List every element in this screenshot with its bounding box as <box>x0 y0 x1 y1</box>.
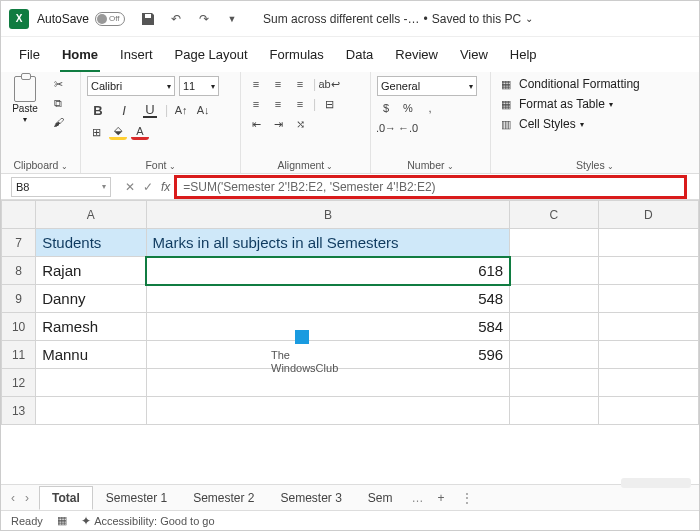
select-all-corner[interactable] <box>2 201 36 229</box>
increase-font-icon[interactable]: A↑ <box>172 102 190 118</box>
orientation-icon[interactable]: ⤭ <box>291 116 309 132</box>
format-painter-icon[interactable]: 🖌 <box>49 114 67 130</box>
tab-home[interactable]: Home <box>60 43 100 72</box>
sheet-tab[interactable]: Total <box>39 486 93 510</box>
col-header[interactable]: B <box>146 201 510 229</box>
redo-icon[interactable]: ↷ <box>195 10 213 28</box>
new-sheet-icon[interactable]: + <box>430 491 453 505</box>
cell[interactable] <box>598 313 698 341</box>
decrease-font-icon[interactable]: A↓ <box>194 102 212 118</box>
decrease-indent-icon[interactable]: ⇤ <box>247 116 265 132</box>
cell-selected[interactable]: 618 <box>146 257 510 285</box>
cell[interactable] <box>510 313 598 341</box>
cancel-formula-icon[interactable]: ✕ <box>125 180 135 194</box>
number-format-combo[interactable]: General▾ <box>377 76 477 96</box>
tab-data[interactable]: Data <box>344 43 375 72</box>
cell[interactable]: 596 <box>146 341 510 369</box>
cell[interactable] <box>36 397 146 425</box>
cell[interactable]: 548 <box>146 285 510 313</box>
row-header[interactable]: 7 <box>2 229 36 257</box>
fill-color-icon[interactable]: ⬙ <box>109 124 127 140</box>
cell[interactable] <box>36 369 146 397</box>
sheet-tab[interactable]: Semester 3 <box>268 486 355 510</box>
cell[interactable] <box>598 285 698 313</box>
name-box[interactable]: B8▾ <box>11 177 111 197</box>
chevron-down-icon[interactable]: ⌄ <box>525 13 533 24</box>
cell[interactable] <box>598 397 698 425</box>
cell[interactable] <box>510 229 598 257</box>
cell[interactable]: Marks in all subjects in all Semesters <box>146 229 510 257</box>
cell[interactable] <box>510 257 598 285</box>
tab-page-layout[interactable]: Page Layout <box>173 43 250 72</box>
cut-icon[interactable]: ✂ <box>49 76 67 92</box>
comma-icon[interactable]: , <box>421 100 439 116</box>
tab-file[interactable]: File <box>17 43 42 72</box>
col-header[interactable]: D <box>598 201 698 229</box>
row-header[interactable]: 10 <box>2 313 36 341</box>
conditional-formatting-button[interactable]: ▦Conditional Formatting <box>497 76 693 92</box>
increase-decimal-icon[interactable]: .0→ <box>377 120 395 136</box>
sheet-nav-prev-icon[interactable]: ‹ <box>11 491 15 505</box>
row-header[interactable]: 9 <box>2 285 36 313</box>
autosave-toggle[interactable]: AutoSave Off <box>37 12 125 26</box>
align-bottom-icon[interactable]: ≡ <box>291 76 309 92</box>
cell[interactable]: Students <box>36 229 146 257</box>
cell[interactable]: Mannu <box>36 341 146 369</box>
cell[interactable]: 584 <box>146 313 510 341</box>
merge-center-icon[interactable]: ⊟ <box>320 96 338 112</box>
cell[interactable] <box>510 369 598 397</box>
currency-icon[interactable]: $ <box>377 100 395 116</box>
worksheet-grid[interactable]: A B C D 7 Students Marks in all subjects… <box>1 200 699 425</box>
col-header[interactable]: C <box>510 201 598 229</box>
percent-icon[interactable]: % <box>399 100 417 116</box>
decrease-decimal-icon[interactable]: ←.0 <box>399 120 417 136</box>
fx-icon[interactable]: fx <box>161 180 170 194</box>
font-size-combo[interactable]: 11▾ <box>179 76 219 96</box>
align-right-icon[interactable]: ≡ <box>291 96 309 112</box>
cell[interactable] <box>510 397 598 425</box>
align-top-icon[interactable]: ≡ <box>247 76 265 92</box>
align-left-icon[interactable]: ≡ <box>247 96 265 112</box>
cell[interactable] <box>146 369 510 397</box>
paste-button[interactable]: Paste ▾ <box>7 76 43 124</box>
qat-dropdown-icon[interactable]: ▼ <box>223 10 241 28</box>
accessibility-status[interactable]: ✦ Accessibility: Good to go <box>81 514 215 528</box>
col-header[interactable]: A <box>36 201 146 229</box>
underline-button[interactable]: U <box>139 100 161 120</box>
row-header[interactable]: 12 <box>2 369 36 397</box>
save-icon[interactable] <box>139 10 157 28</box>
cell[interactable] <box>510 341 598 369</box>
cell[interactable]: Ramesh <box>36 313 146 341</box>
workbook-stats-icon[interactable]: ▦ <box>57 514 67 527</box>
horizontal-scrollbar[interactable] <box>621 478 691 488</box>
cell[interactable] <box>146 397 510 425</box>
cell[interactable] <box>598 369 698 397</box>
font-name-combo[interactable]: Calibri▾ <box>87 76 175 96</box>
sheet-nav-next-icon[interactable]: › <box>25 491 29 505</box>
cell[interactable] <box>598 229 698 257</box>
cell[interactable] <box>510 285 598 313</box>
row-header[interactable]: 11 <box>2 341 36 369</box>
sheet-tab[interactable]: Sem <box>355 486 406 510</box>
formula-input[interactable]: =SUM('Semester 2'!B2:E2, 'Semester 4'!B2… <box>174 175 687 199</box>
cell[interactable]: Danny <box>36 285 146 313</box>
sheet-tab[interactable]: Semester 1 <box>93 486 180 510</box>
tab-view[interactable]: View <box>458 43 490 72</box>
cell-styles-button[interactable]: ▥Cell Styles ▾ <box>497 116 693 132</box>
font-color-icon[interactable]: A <box>131 124 149 140</box>
tab-review[interactable]: Review <box>393 43 440 72</box>
tab-formulas[interactable]: Formulas <box>268 43 326 72</box>
cell[interactable] <box>598 341 698 369</box>
row-header[interactable]: 13 <box>2 397 36 425</box>
sheet-tabs-more-icon[interactable]: … <box>406 491 430 505</box>
cell[interactable] <box>598 257 698 285</box>
sheet-tab[interactable]: Semester 2 <box>180 486 267 510</box>
undo-icon[interactable]: ↶ <box>167 10 185 28</box>
increase-indent-icon[interactable]: ⇥ <box>269 116 287 132</box>
enter-formula-icon[interactable]: ✓ <box>143 180 153 194</box>
wrap-text-icon[interactable]: ab↩ <box>320 76 338 92</box>
format-as-table-button[interactable]: ▦Format as Table ▾ <box>497 96 693 112</box>
italic-button[interactable]: I <box>113 100 135 120</box>
borders-icon[interactable]: ⊞ <box>87 124 105 140</box>
cell[interactable]: Rajan <box>36 257 146 285</box>
